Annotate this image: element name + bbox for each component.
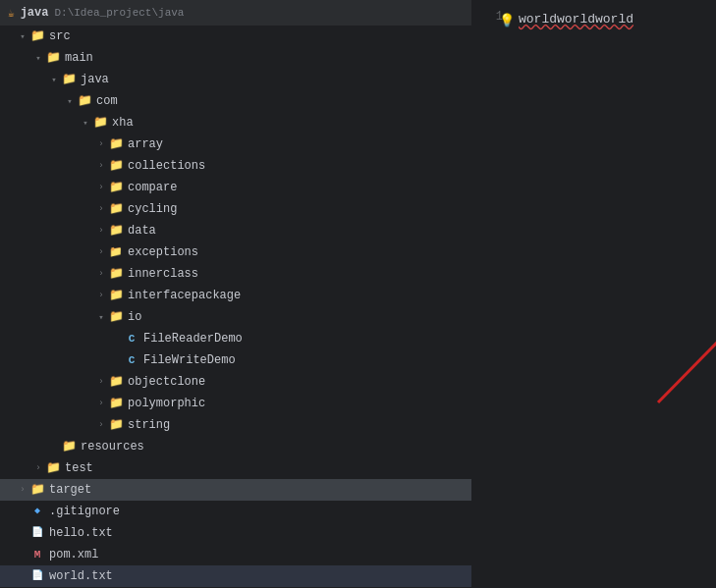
tree-item-objectclone[interactable]: 📁 objectclone [0, 371, 471, 393]
code-line-1: 💡 worldworldworld [519, 10, 716, 29]
arrow-string [94, 420, 108, 430]
folder-icon-compare: 📁 [108, 180, 124, 195]
folder-icon-xha: 📁 [92, 115, 108, 131]
tree-item-io[interactable]: 📁 io [0, 306, 471, 328]
tree-item-cycling[interactable]: 📁 cycling [0, 198, 471, 220]
arrow-test [31, 463, 45, 473]
label-data: data [128, 224, 156, 238]
arrow-polymorphic [94, 399, 108, 408]
tree-item-xha[interactable]: 📁 xha [0, 112, 471, 134]
gitignore-icon: ◆ [29, 504, 45, 519]
tree-item-array[interactable]: 📁 array [0, 134, 471, 155]
tree-item-string[interactable]: 📁 string [0, 414, 471, 436]
tree-item-filewrite[interactable]: C FileWriteDemo [0, 349, 471, 371]
tree-content[interactable]: 📁 src 📁 main 📁 java 📁 com 📁 [0, 26, 471, 588]
lightbulb-icon[interactable]: 💡 [499, 12, 515, 31]
label-collections: collections [128, 159, 205, 173]
label-target: target [49, 483, 91, 497]
editor-panel: 1 💡 worldworldworld [471, 0, 716, 588]
folder-icon-collections: 📁 [108, 158, 124, 174]
label-objectclone: objectclone [128, 375, 205, 389]
folder-icon-objectclone: 📁 [108, 374, 124, 390]
arrow-cycling [94, 204, 108, 214]
label-cycling: cycling [128, 202, 177, 216]
folder-icon-test: 📁 [45, 460, 61, 476]
folder-icon-interfacepackage: 📁 [108, 288, 124, 303]
tree-item-pom[interactable]: M pom.xml [0, 544, 471, 565]
label-main: main [65, 51, 93, 65]
label-com: com [96, 94, 118, 108]
label-test: test [65, 461, 93, 475]
file-tree-panel: ☕ java D:\Idea_project\java 📁 src 📁 main… [0, 0, 471, 588]
tree-item-innerclass[interactable]: 📁 innerclass [0, 263, 471, 285]
label-src: src [49, 29, 71, 43]
project-path: D:\Idea_project\java [54, 7, 184, 19]
arrow-src [16, 31, 29, 42]
label-gitignore: .gitignore [49, 505, 120, 518]
label-innerclass: innerclass [128, 267, 198, 281]
tree-item-filereader[interactable]: C FileReaderDemo [0, 328, 471, 349]
editor-gutter: 1 [471, 4, 511, 588]
tree-item-compare[interactable]: 📁 compare [0, 177, 471, 198]
label-io: io [128, 310, 141, 324]
folder-icon-target: 📁 [29, 482, 45, 498]
tree-item-data[interactable]: 📁 data [0, 220, 471, 241]
editor-code[interactable]: 💡 worldworldworld [511, 4, 716, 588]
tree-item-collections[interactable]: 📁 collections [0, 155, 471, 177]
tree-item-test[interactable]: 📁 test [0, 457, 471, 479]
label-interfacepackage: interfacepackage [128, 289, 241, 302]
label-polymorphic: polymorphic [128, 397, 205, 410]
tree-item-world[interactable]: 📄 world.txt [0, 565, 471, 587]
folder-icon-io: 📁 [108, 309, 124, 325]
folder-icon-array: 📁 [108, 136, 124, 152]
folder-icon-string: 📁 [108, 417, 124, 433]
arrow-main [31, 53, 45, 64]
tree-item-src[interactable]: 📁 src [0, 26, 471, 47]
code-text: worldworldworld [519, 12, 633, 27]
tree-item-polymorphic[interactable]: 📁 polymorphic [0, 393, 471, 414]
txt-icon-world: 📄 [29, 568, 45, 584]
label-array: array [128, 137, 163, 151]
arrow-io [94, 312, 108, 323]
arrow-target [16, 485, 29, 495]
arrow-compare [94, 183, 108, 192]
java-icon-filewrite: C [124, 352, 139, 368]
arrow-objectclone [94, 377, 108, 387]
folder-icon-src: 📁 [29, 28, 45, 44]
tree-item-gitignore[interactable]: ◆ .gitignore [0, 501, 471, 522]
label-exceptions: exceptions [128, 245, 198, 259]
folder-icon-resources: 📁 [61, 439, 77, 454]
folder-icon-exceptions: 📁 [108, 244, 124, 260]
arrow-com [63, 96, 77, 107]
folder-icon-cycling: 📁 [108, 201, 124, 217]
arrow-exceptions [94, 247, 108, 257]
tree-item-main[interactable]: 📁 main [0, 47, 471, 69]
arrow-innerclass [94, 269, 108, 279]
tree-item-exceptions[interactable]: 📁 exceptions [0, 241, 471, 263]
folder-icon-main: 📁 [45, 50, 61, 66]
tree-item-hello[interactable]: 📄 hello.txt [0, 522, 471, 544]
arrow-interfacepackage [94, 291, 108, 300]
project-header: ☕ java D:\Idea_project\java [0, 0, 471, 26]
folder-icon-innerclass: 📁 [108, 266, 124, 282]
tree-item-target[interactable]: 📁 target [0, 479, 471, 501]
label-java: java [81, 73, 109, 86]
tree-item-com[interactable]: 📁 com [0, 90, 471, 112]
folder-icon-com: 📁 [77, 93, 92, 109]
project-name: java [21, 6, 49, 20]
label-string: string [128, 418, 170, 432]
folder-icon-polymorphic: 📁 [108, 396, 124, 411]
arrow-collections [94, 161, 108, 171]
label-pom: pom.xml [49, 548, 98, 561]
editor-main: 1 💡 worldworldworld [471, 0, 716, 588]
arrow-java [47, 75, 61, 85]
java-icon-filereader: C [124, 331, 139, 347]
label-world: world.txt [49, 569, 113, 583]
tree-item-interfacepackage[interactable]: 📁 interfacepackage [0, 285, 471, 306]
tree-item-java[interactable]: 📁 java [0, 69, 471, 90]
tree-item-resources[interactable]: 📁 resources [0, 436, 471, 457]
label-xha: xha [112, 116, 134, 130]
label-filewrite: FileWriteDemo [143, 353, 236, 367]
pom-icon: M [29, 547, 45, 562]
label-hello: hello.txt [49, 526, 113, 540]
